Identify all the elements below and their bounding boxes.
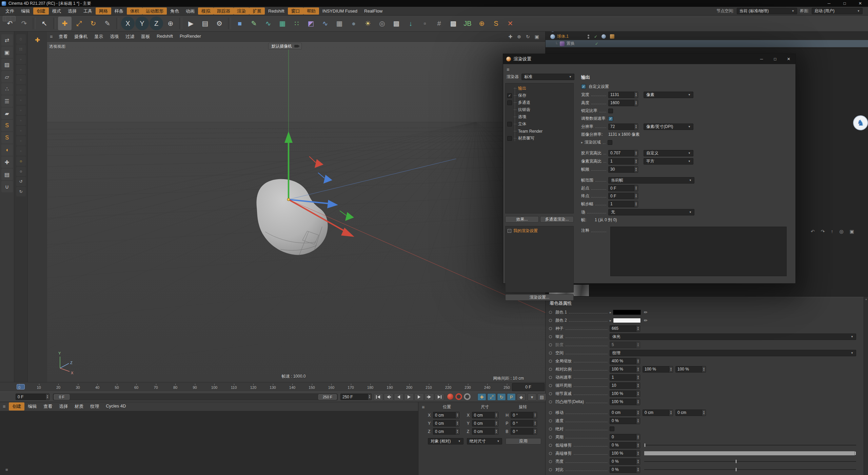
cycle-field[interactable]: 0▲▼: [610, 434, 640, 440]
keyframe-rotation-toggle[interactable]: ↻: [497, 393, 506, 401]
palette-slot-icon[interactable]: ▫: [16, 146, 26, 156]
end-frame-field[interactable]: 250 F▲▼: [340, 394, 372, 400]
texture-mode-icon[interactable]: ▨: [1, 59, 13, 70]
menu-item[interactable]: 工具: [80, 7, 96, 15]
start-frame-field[interactable]: 0 F▲▼: [608, 185, 638, 191]
volume-icon[interactable]: ●: [347, 17, 360, 30]
menu-item[interactable]: 扩展: [249, 7, 265, 15]
menu-item[interactable]: 体积: [127, 7, 142, 15]
sculpt-mode-icon[interactable]: S: [1, 120, 13, 131]
menu-item[interactable]: 角色: [167, 7, 182, 15]
brightness-slider[interactable]: [644, 459, 856, 464]
coordinate-field[interactable]: 0 °▲▼: [511, 412, 537, 418]
animation-dot-icon[interactable]: [549, 419, 552, 422]
fps-field[interactable]: 30▲▼: [608, 166, 638, 173]
material-menu-item[interactable]: 选择: [56, 402, 71, 411]
film-aspect-dropdown[interactable]: 自定义▼: [644, 150, 693, 156]
expand-icon[interactable]: ▸: [610, 310, 611, 314]
render-view-icon[interactable]: ▶: [184, 17, 198, 30]
annotation-textarea[interactable]: [610, 227, 787, 276]
arc-cw-icon[interactable]: ↻: [16, 187, 26, 196]
lock-x-axis-icon[interactable]: X: [121, 17, 135, 30]
coordinate-field[interactable]: 0 °▲▼: [511, 428, 537, 435]
current-frame-field[interactable]: 0 F▲▼: [16, 394, 50, 400]
palette-slot-icon[interactable]: ▫: [16, 126, 26, 135]
render-category-item[interactable]: ✓ 保存: [506, 92, 573, 99]
add-object-icon[interactable]: ✚: [33, 36, 42, 44]
nodespace-dropdown[interactable]: 当前 (标准/物理)▼: [737, 8, 797, 14]
preset-item[interactable]: 我的渲染设置: [506, 226, 573, 235]
cloner-icon[interactable]: ∷: [290, 17, 303, 30]
ring-tool-icon[interactable]: ○: [16, 156, 26, 166]
brightness-field[interactable]: 0 %▲▼: [610, 458, 640, 465]
interface-dropdown[interactable]: 启动 (用户)▼: [812, 8, 863, 14]
menu-item[interactable]: 窗口: [288, 7, 303, 15]
prev-frame-button[interactable]: [394, 393, 403, 401]
viewport-menu-item[interactable]: ProRender: [176, 33, 204, 41]
animation-dot-icon[interactable]: [549, 400, 552, 403]
history-forward-icon[interactable]: ↷: [821, 229, 825, 234]
insydium-icon[interactable]: S: [489, 17, 503, 30]
render-category-item[interactable]: 材质覆写: [506, 135, 573, 142]
animation-dot-icon[interactable]: [549, 360, 552, 363]
palette-slot-icon[interactable]: ▫: [16, 55, 26, 64]
high-clip-field[interactable]: 100 %▲▼: [610, 450, 640, 457]
timeline-ruler[interactable]: 0102030405060708090100110120130140150160…: [0, 382, 545, 392]
high-clip-slider[interactable]: [644, 451, 856, 456]
resolution-unit-dropdown[interactable]: 像素/英寸(DPI)▼: [644, 124, 693, 130]
render-settings-icon[interactable]: ⚙: [213, 17, 226, 30]
frame-range-dropdown[interactable]: 当前帧▼: [608, 177, 694, 184]
arc-ccw-icon[interactable]: ↺: [16, 177, 26, 186]
size-mode-dropdown[interactable]: 绝对尺寸▼: [467, 438, 502, 444]
animation-dot-icon[interactable]: [549, 428, 552, 431]
palette-slot-icon[interactable]: ▫: [16, 106, 26, 115]
animation-dot-icon[interactable]: [549, 327, 552, 330]
snap-toggle-icon[interactable]: ◌: [16, 34, 26, 44]
dialog-minimize-button[interactable]: ─: [755, 54, 768, 64]
edges-mode-icon[interactable]: ☰: [1, 95, 13, 107]
lock-y-axis-icon[interactable]: Y: [135, 17, 149, 30]
menu-item[interactable]: 创建: [33, 7, 49, 15]
dialog-menu-icon[interactable]: ≡: [507, 67, 509, 72]
material-menu-item[interactable]: 材质: [71, 402, 87, 411]
scale-tool-icon[interactable]: ⤢: [72, 17, 86, 30]
render-category-item[interactable]: 立体: [506, 120, 573, 128]
animation-dot-icon[interactable]: [549, 392, 552, 395]
menu-item[interactable]: 运动图形: [142, 7, 167, 15]
palette-slot-icon[interactable]: ▫: [16, 136, 26, 146]
polygons-mode-icon[interactable]: ▰: [1, 108, 13, 119]
animation-dot-icon[interactable]: [549, 436, 552, 439]
qr-icon[interactable]: ▩: [447, 17, 460, 30]
width-unit-dropdown[interactable]: 像素▼: [644, 92, 693, 98]
viewport-menu-icon[interactable]: ≡: [50, 34, 53, 39]
low-clip-slider[interactable]: [644, 442, 856, 448]
render-category-item[interactable]: 选项: [506, 113, 573, 120]
range-start-grip[interactable]: 0 F: [54, 394, 70, 400]
dialog-maximize-button[interactable]: □: [768, 54, 782, 64]
material-bottom-menu-icon[interactable]: ≡: [5, 467, 8, 472]
goto-start-button[interactable]: [374, 393, 383, 401]
animation-dot-icon[interactable]: [549, 352, 552, 355]
keyframe-point-level-toggle[interactable]: ◆: [517, 393, 526, 401]
material-menu-item[interactable]: 编辑: [24, 402, 40, 411]
lock-z-axis-icon[interactable]: Z: [150, 17, 163, 30]
render-category-item[interactable]: 多通道: [506, 99, 573, 106]
relative-scale-x-field[interactable]: 100 %▲▼: [610, 366, 640, 373]
detail-attenuation-field[interactable]: 100 %▲▼: [610, 391, 640, 397]
texture-axis-icon[interactable]: ▤: [1, 169, 13, 180]
frame-step-field[interactable]: 1▲▼: [608, 201, 638, 207]
coordinate-field[interactable]: 0 cm▲▼: [472, 420, 498, 426]
animation-dot-icon[interactable]: [549, 444, 552, 447]
material-menu-item[interactable]: Cycles 4D: [102, 402, 129, 411]
points-mode-icon[interactable]: ∴: [1, 83, 13, 95]
contrast-field[interactable]: 0 %▲▼: [610, 467, 640, 473]
object-row-sphere1[interactable]: 球体.1 ✓: [546, 33, 868, 40]
expand-icon[interactable]: ▸: [610, 319, 611, 322]
timeline-mode-icon[interactable]: ▤: [537, 393, 546, 401]
light-icon[interactable]: ☀: [361, 17, 375, 30]
pan-view-icon[interactable]: ✚: [509, 34, 513, 39]
pixel-aspect-field[interactable]: 1▲▼: [608, 158, 638, 165]
perspective-viewport[interactable]: ≡ 查看摄像机显示选项过滤面板RedshiftProRender ✚⊕↻▣: [47, 32, 545, 382]
keyframe-scale-toggle[interactable]: ⤢: [487, 393, 496, 401]
viewport-menu-item[interactable]: 显示: [91, 33, 106, 41]
